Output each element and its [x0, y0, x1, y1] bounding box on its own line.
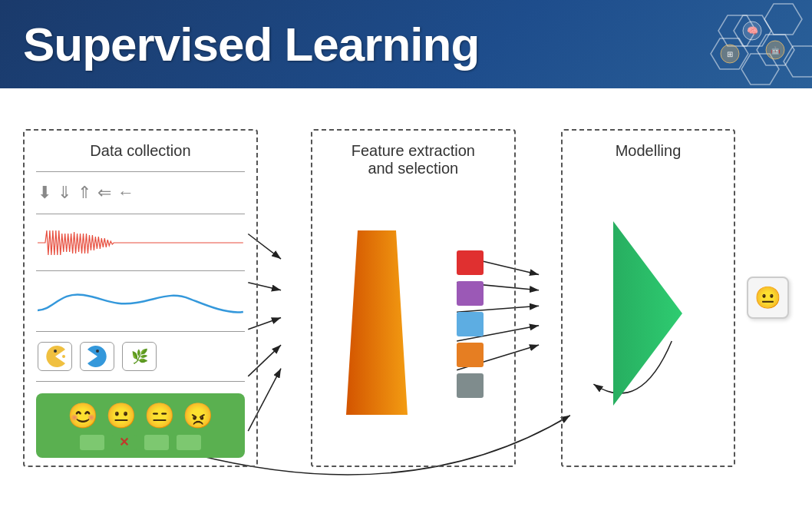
- emoji-meh: 😑: [144, 401, 175, 430]
- blue-curve: [36, 278, 245, 324]
- arrow-signals-row: ⬇ ⇓ ⇑ ⇐ ←: [36, 179, 245, 207]
- purple-block: [457, 281, 484, 306]
- header-decoration: 🧠 🤖 ⊞: [643, 0, 812, 88]
- arrow-left-thin: ←: [117, 183, 134, 203]
- diagram: Data collection ⬇ ⇓ ⇑ ⇐ ←: [23, 114, 789, 482]
- feature-extraction-title: Feature extractionand selection: [352, 142, 475, 177]
- trapezoid-shape: [342, 223, 411, 426]
- app-container: Supervised Learning 🧠 🤖 ⊞: [0, 0, 812, 507]
- x-mark: ✕: [119, 435, 129, 449]
- svg-marker-29: [613, 221, 682, 406]
- ecg-waveform: [36, 221, 245, 263]
- red-block: [457, 250, 484, 275]
- feature-extraction-box: Feature extractionand selection: [311, 129, 515, 467]
- arrow-left-outline: ⇐: [97, 183, 111, 203]
- header: Supervised Learning 🧠 🤖 ⊞: [0, 0, 812, 88]
- classifier-triangle: [609, 214, 686, 416]
- emoji-neutral: 😐: [106, 401, 137, 430]
- indicator-3: [144, 435, 169, 450]
- svg-point-26: [62, 355, 65, 358]
- svg-marker-28: [346, 230, 408, 415]
- pacman-icon-1: [38, 342, 72, 371]
- orange-block: [457, 343, 484, 367]
- mod-content: [574, 177, 722, 454]
- indicator-x: ✕: [112, 435, 137, 450]
- data-collection-title: Data collection: [90, 142, 190, 160]
- arrow-down-outline: ⇓: [58, 183, 71, 203]
- output-emoji-icon: 😐: [747, 277, 789, 319]
- svg-point-27: [96, 350, 99, 353]
- svg-text:🤖: 🤖: [771, 45, 781, 55]
- main-content: Data collection ⬇ ⇓ ⇑ ⇐ ←: [0, 88, 812, 507]
- emoji-panel: 😊 😐 😑 😠 ✕: [36, 393, 245, 458]
- fe-content: [324, 194, 502, 454]
- gray-block: [457, 373, 484, 398]
- separator-4: [36, 331, 245, 332]
- indicator-4: [177, 435, 201, 450]
- indicator-1: [80, 435, 104, 450]
- emoji-indicators-row: ✕: [80, 435, 201, 450]
- separator-2: [36, 214, 245, 214]
- emoji-angry: 😠: [183, 401, 213, 430]
- color-blocks: [457, 250, 484, 398]
- svg-text:🧠: 🧠: [747, 25, 758, 36]
- emoji-happy: 😊: [68, 401, 98, 430]
- output-area: 😐: [747, 277, 789, 319]
- separator-1: [36, 171, 245, 172]
- page-title: Supervised Learning: [23, 17, 479, 71]
- blue-block: [457, 312, 484, 336]
- dc-content: ⬇ ⇓ ⇑ ⇐ ←: [36, 169, 245, 458]
- data-collection-box: Data collection ⬇ ⇓ ⇑ ⇐ ←: [23, 129, 258, 467]
- emoji-faces-row: 😊 😐 😑 😠: [68, 401, 213, 430]
- svg-text:⊞: ⊞: [727, 50, 733, 58]
- separator-3: [36, 270, 245, 271]
- modelling-box: Modelling: [561, 129, 735, 467]
- pacman-icon-3: 🌿: [122, 342, 157, 371]
- separator-5: [36, 381, 245, 382]
- arrow-down-filled: ⬇: [38, 183, 51, 203]
- arrow-up-outline: ⇑: [78, 183, 91, 203]
- output-emoji-symbol: 😐: [754, 285, 781, 310]
- modelling-title: Modelling: [616, 142, 682, 160]
- pacman-icons-row: 🌿: [36, 339, 245, 374]
- svg-marker-3: [764, 4, 802, 35]
- pacman-icon-2: [80, 342, 114, 371]
- svg-point-25: [54, 350, 57, 353]
